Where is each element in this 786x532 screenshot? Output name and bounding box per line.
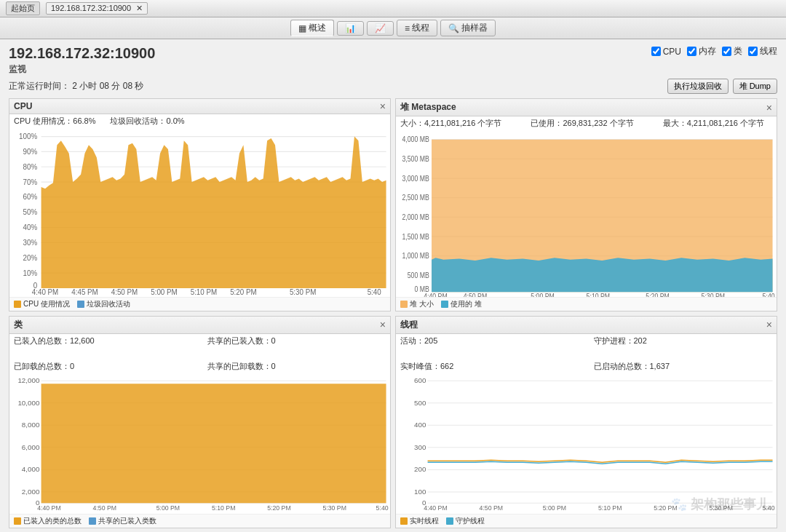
- svg-text:400: 400: [414, 421, 426, 429]
- class-legend: 已装入的类的总数 共享的已装入类数: [9, 514, 390, 528]
- heap-panel: 堆 Metaspace × 大小：4,211,081,216 个字节 已使用：2…: [395, 98, 777, 311]
- main-content: 192.168.172.32:10900 监视 CPU 内存 类 线程 正常运行…: [0, 39, 786, 532]
- heap-legend: 堆 大小 使用的 堆: [396, 297, 777, 311]
- svg-text:5:40: 5:40: [763, 293, 775, 297]
- memory-checkbox[interactable]: 内存: [687, 45, 716, 57]
- tab-threads[interactable]: ≡ 线程: [397, 20, 437, 36]
- svg-text:3,000 MB: 3,000 MB: [402, 174, 429, 183]
- svg-text:100: 100: [414, 488, 426, 496]
- svg-marker-70: [41, 384, 386, 503]
- nav-tab-bar: ▦ 概述 📊 📈 ≡ 线程 🔍 抽样器: [0, 17, 786, 39]
- svg-text:60%: 60%: [23, 193, 38, 201]
- thread-stats: 活动：205 守护进程：202 实时峰值：662 已启动的总数：1,637: [396, 334, 777, 373]
- svg-text:4:40 PM: 4:40 PM: [32, 288, 59, 296]
- chart2-icon: 📈: [375, 23, 386, 33]
- tab-chart1[interactable]: 📊: [337, 21, 364, 36]
- cpu-stats: CPU 使用情况：66.8% 垃圾回收活动：0.0%: [9, 114, 390, 128]
- svg-text:5:20 PM: 5:20 PM: [646, 293, 670, 297]
- cpu-checkbox[interactable]: CPU: [651, 47, 681, 57]
- svg-text:5:20 PM: 5:20 PM: [230, 288, 257, 296]
- svg-text:5:20 PM: 5:20 PM: [267, 504, 290, 512]
- svg-text:5:00 PM: 5:00 PM: [156, 504, 180, 512]
- svg-text:100%: 100%: [19, 132, 37, 140]
- svg-text:3,500 MB: 3,500 MB: [402, 155, 429, 164]
- svg-text:5:10 PM: 5:10 PM: [212, 504, 235, 512]
- svg-text:300: 300: [414, 443, 426, 451]
- svg-text:70%: 70%: [23, 178, 38, 186]
- svg-text:500 MB: 500 MB: [408, 271, 429, 279]
- class-panel-header: 类 ×: [9, 317, 390, 334]
- heap-chart-area: 4,000 MB 3,500 MB 3,000 MB 2,500 MB 2,00…: [396, 130, 777, 297]
- svg-text:4:40 PM: 4:40 PM: [424, 293, 448, 297]
- svg-text:6,000: 6,000: [22, 443, 40, 451]
- heap-dump-button[interactable]: 堆 Dump: [733, 79, 777, 94]
- charts-grid: CPU × CPU 使用情况：66.8% 垃圾回收活动：0.0%: [9, 98, 777, 528]
- sampler-icon: 🔍: [448, 23, 459, 33]
- gc-button[interactable]: 执行垃圾回收: [667, 79, 729, 94]
- svg-text:90%: 90%: [23, 148, 38, 156]
- svg-text:1,500 MB: 1,500 MB: [402, 232, 429, 241]
- svg-text:4:40 PM: 4:40 PM: [424, 504, 447, 512]
- svg-text:5:10 PM: 5:10 PM: [191, 288, 218, 296]
- svg-text:500: 500: [414, 399, 426, 407]
- svg-text:5:30 PM: 5:30 PM: [702, 293, 726, 297]
- thread-chart-area: 600 500 400 300 200 100 0 4:40 PM 4:50 P…: [396, 373, 777, 515]
- chart1-icon: 📊: [345, 23, 356, 33]
- tab-overview[interactable]: ▦ 概述: [290, 20, 334, 36]
- svg-text:2,500 MB: 2,500 MB: [402, 194, 429, 202]
- cpu-panel-header: CPU ×: [9, 99, 390, 114]
- svg-text:5:10 PM: 5:10 PM: [598, 504, 622, 512]
- class-stats: 已装入的总数：12,600 共享的已装入数：0 已卸载的总数：0 共享的已卸载数…: [9, 334, 390, 373]
- svg-text:20%: 20%: [23, 253, 38, 261]
- heap-stats: 大小：4,211,081,216 个字节 已使用：269,831,232 个字节…: [396, 116, 777, 130]
- thread-panel: 线程 × 活动：205 守护进程：202 实时峰值：662 已启动的总数：1,6…: [395, 316, 777, 529]
- svg-text:5:10 PM: 5:10 PM: [587, 293, 611, 297]
- svg-text:40%: 40%: [23, 223, 38, 231]
- thread-legend: 实时线程 守护线程: [396, 514, 777, 528]
- svg-text:2,000: 2,000: [22, 488, 40, 496]
- section-label: 监视: [9, 63, 155, 76]
- svg-text:2,000 MB: 2,000 MB: [402, 213, 429, 221]
- svg-text:4:50 PM: 4:50 PM: [111, 288, 138, 296]
- tab-chart2[interactable]: 📈: [367, 21, 394, 36]
- svg-text:4:50 PM: 4:50 PM: [480, 504, 503, 512]
- cpu-legend: CPU 使用情况 垃圾回收活动: [9, 297, 390, 311]
- svg-text:10%: 10%: [23, 269, 38, 277]
- svg-marker-48: [432, 258, 773, 292]
- tab-home[interactable]: 起始页: [6, 1, 40, 15]
- thread-panel-header: 线程 ×: [396, 317, 777, 334]
- cpu-panel: CPU × CPU 使用情况：66.8% 垃圾回收活动：0.0%: [9, 98, 391, 311]
- class-chart-area: 12,000 10,000 8,000 6,000 4,000 2,000 0 …: [9, 373, 390, 515]
- heap-close-icon[interactable]: ×: [766, 103, 772, 113]
- controls-right: CPU 内存 类 线程: [651, 45, 777, 57]
- svg-text:5:30 PM: 5:30 PM: [323, 504, 346, 512]
- watermark: 🐾 架构那些事儿: [671, 496, 769, 513]
- svg-text:8,000: 8,000: [22, 421, 40, 429]
- thread-icon: ≡: [405, 23, 410, 33]
- class-checkbox[interactable]: 类: [722, 45, 742, 57]
- svg-text:4:50 PM: 4:50 PM: [93, 504, 116, 512]
- heap-panel-header: 堆 Metaspace ×: [396, 99, 777, 116]
- cpu-chart-area: 100% 90% 80% 70% 60% 50% 40% 30% 20% 10%…: [9, 128, 390, 297]
- server-title: 192.168.172.32:10900: [9, 45, 155, 62]
- svg-text:5:30 PM: 5:30 PM: [290, 288, 317, 296]
- svg-text:80%: 80%: [23, 162, 38, 170]
- svg-text:200: 200: [414, 465, 426, 473]
- svg-text:5:40: 5:40: [376, 504, 389, 512]
- thread-checkbox[interactable]: 线程: [748, 45, 777, 57]
- tab-server[interactable]: 192.168.172.32:10900 ✕: [46, 2, 148, 15]
- class-close-icon[interactable]: ×: [380, 319, 386, 330]
- cpu-close-icon[interactable]: ×: [380, 101, 386, 111]
- uptime-row: 正常运行时间： 2 小时 08 分 08 秒 执行垃圾回收 堆 Dump: [9, 79, 777, 94]
- thread-close-icon[interactable]: ×: [766, 319, 772, 330]
- svg-text:30%: 30%: [23, 239, 38, 247]
- tab-close-icon[interactable]: ✕: [136, 4, 143, 12]
- svg-text:12,000: 12,000: [17, 376, 39, 384]
- title-bar: 起始页 192.168.172.32:10900 ✕: [0, 0, 786, 17]
- svg-text:5:00 PM: 5:00 PM: [543, 504, 566, 512]
- svg-text:4,000 MB: 4,000 MB: [402, 135, 429, 144]
- tab-sampler[interactable]: 🔍 抽样器: [440, 20, 496, 36]
- svg-text:50%: 50%: [23, 208, 38, 216]
- svg-text:1,000 MB: 1,000 MB: [402, 252, 429, 261]
- svg-text:4,000: 4,000: [22, 465, 40, 473]
